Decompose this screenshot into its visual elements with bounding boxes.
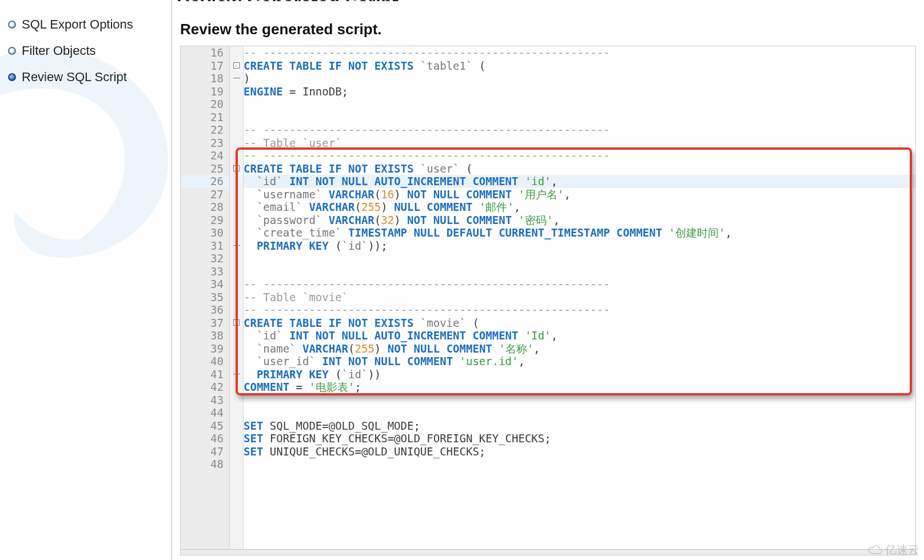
fold-toggle-icon[interactable]: - [233,319,240,326]
line-number: 19 [181,85,229,98]
code-line[interactable] [244,98,915,111]
code-line[interactable]: `id` INT NOT NULL AUTO_INCREMENT COMMENT… [244,329,915,342]
line-number: 39 [181,342,229,355]
fold-marker [230,381,243,394]
line-number: 33 [181,265,229,278]
code-line[interactable]: -- Table `user` [244,137,915,150]
main-panel: Review Generated Script Review the gener… [172,0,924,560]
line-number: 40 [181,355,229,368]
line-number: 27 [181,188,229,201]
fold-marker [230,175,243,188]
fold-marker [230,252,243,265]
code-line[interactable]: -- -------------------------------------… [244,278,915,291]
code-line[interactable]: PRIMARY KEY (`id`)) [244,368,915,381]
fold-marker [230,432,243,445]
line-number: 43 [181,394,229,407]
line-number: 28 [181,201,229,214]
line-number: 35 [181,291,229,304]
code-line[interactable]: SET UNIQUE_CHECKS=@OLD_UNIQUE_CHECKS; [244,445,915,458]
code-line[interactable]: -- -------------------------------------… [244,46,915,59]
sidebar-step-2[interactable]: Review SQL Script [0,64,172,90]
code-line[interactable]: -- -------------------------------------… [244,149,915,162]
page-title-clipped: Review Generated Script [177,0,919,1]
editor-fold-strip[interactable]: --- [230,46,244,555]
fold-marker [230,458,243,471]
fold-marker [230,291,243,304]
fold-marker [230,188,243,201]
fold-marker [230,239,243,253]
fold-marker[interactable]: - [230,59,243,73]
code-line[interactable]: PRIMARY KEY (`id`)); [244,239,915,253]
fold-marker [230,406,243,419]
code-line[interactable]: `id` INT NOT NULL AUTO_INCREMENT COMMENT… [244,175,915,188]
fold-marker[interactable]: - [230,317,243,330]
code-line[interactable] [244,265,915,278]
fold-marker [230,419,243,433]
fold-marker [230,355,243,368]
fold-marker [230,329,243,342]
sidebar-step-1[interactable]: Filter Objects [0,38,172,64]
line-number: 32 [181,252,229,265]
line-number: 37 [181,317,229,330]
fold-marker [230,85,243,98]
line-number: 24 [181,149,229,162]
line-number: 17 [181,59,229,73]
editor-gutter: 1617181920212223242526272829303132333435… [181,46,230,555]
fold-toggle-icon[interactable]: - [233,62,240,69]
fold-marker [230,46,243,59]
line-number: 47 [181,445,229,458]
code-line[interactable] [244,111,915,124]
code-line[interactable]: SET SQL_MODE=@OLD_SQL_MODE; [244,419,915,433]
fold-marker [230,149,243,162]
fold-marker [230,111,243,124]
fold-marker [230,98,243,111]
code-line[interactable] [244,406,915,419]
fold-toggle-icon[interactable]: - [233,165,240,171]
fold-marker[interactable]: - [230,162,243,175]
line-number: 34 [181,278,229,291]
code-line[interactable]: `email` VARCHAR(255) NULL COMMENT '邮件', [244,201,915,214]
code-line[interactable]: `username` VARCHAR(16) NOT NULL COMMENT … [244,188,915,201]
code-line[interactable]: -- -------------------------------------… [244,123,915,137]
line-number: 23 [181,137,229,150]
step-label: SQL Export Options [22,17,133,32]
line-number: 44 [181,406,229,419]
code-line[interactable]: `create_time` TIMESTAMP NULL DEFAULT CUR… [244,226,915,239]
line-number: 26 [181,175,229,188]
fold-marker [230,394,243,407]
code-line[interactable]: CREATE TABLE IF NOT EXISTS `table1` ( [244,59,915,73]
fold-marker [230,368,243,381]
code-line[interactable] [244,394,915,407]
code-line[interactable]: CREATE TABLE IF NOT EXISTS `user` ( [244,162,915,175]
code-line[interactable]: COMMENT = '电影表'; [244,381,915,394]
line-number: 38 [181,329,229,342]
line-number: 22 [181,123,229,137]
fold-marker [230,226,243,239]
code-line[interactable]: -- -------------------------------------… [244,303,915,317]
code-line[interactable]: -- Table `movie` [244,291,915,304]
code-line[interactable]: `password` VARCHAR(32) NOT NULL COMMENT … [244,214,915,227]
fold-marker [230,342,243,355]
code-line[interactable]: ) [244,72,915,85]
fold-marker [230,137,243,150]
line-number: 18 [181,72,229,85]
fold-marker [230,303,243,317]
watermark: 亿速云 [866,542,919,558]
code-line[interactable]: `name` VARCHAR(255) NOT NULL COMMENT '名称… [244,342,915,355]
fold-marker [230,214,243,227]
code-line[interactable]: ENGINE = InnoDB; [244,85,915,98]
code-line[interactable] [244,458,915,471]
editor-lines[interactable]: -- -------------------------------------… [244,46,915,555]
line-number: 36 [181,303,229,317]
code-line[interactable] [244,252,915,265]
code-line[interactable]: CREATE TABLE IF NOT EXISTS `movie` ( [244,317,915,330]
page-subtitle: Review the generated script. [180,21,924,38]
line-number: 41 [181,368,229,381]
sql-editor[interactable]: 1617181920212223242526272829303132333435… [180,46,916,555]
fold-marker [230,278,243,291]
code-line[interactable]: SET FOREIGN_KEY_CHECKS=@OLD_FOREIGN_KEY_… [244,432,915,445]
code-line[interactable]: `user_id` INT NOT NULL COMMENT 'user.id'… [244,355,915,368]
sidebar-step-0[interactable]: SQL Export Options [0,11,172,38]
line-number: 30 [181,226,229,239]
line-number: 21 [181,111,229,124]
